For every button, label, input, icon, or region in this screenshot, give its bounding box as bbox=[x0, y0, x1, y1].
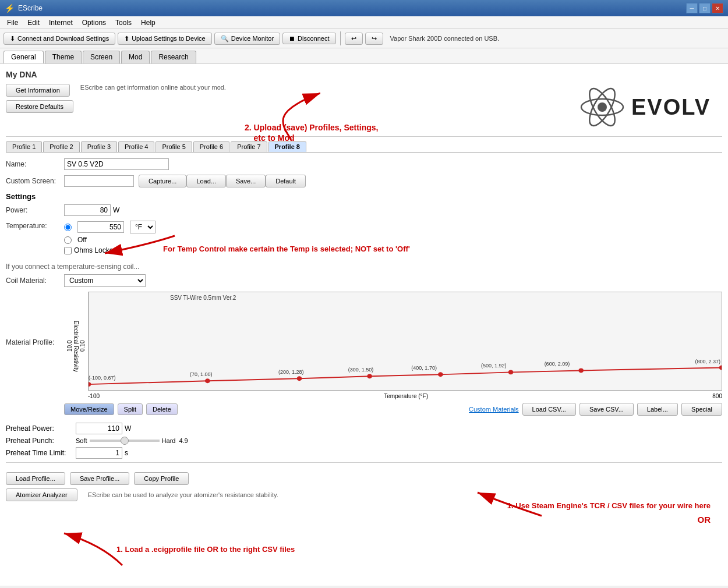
material-profile-row: Material Profile: 10.0 Electrical Resist… bbox=[6, 292, 722, 418]
x-axis-max: 800 bbox=[712, 393, 722, 399]
atomizer-description: EScribe can be used to analyze your atom… bbox=[88, 491, 278, 498]
custom-materials-link[interactable]: Custom Materials bbox=[469, 406, 519, 413]
svg-point-12 bbox=[719, 366, 722, 370]
material-profile-chart bbox=[89, 292, 722, 390]
app-title: EScribe bbox=[18, 4, 43, 12]
svg-point-5 bbox=[89, 382, 91, 387]
redo-button[interactable]: ↪ bbox=[365, 33, 383, 45]
name-row: Name: bbox=[6, 158, 722, 170]
punch-value: 4.9 bbox=[179, 437, 188, 444]
restore-defaults-button[interactable]: Restore Defaults bbox=[6, 100, 73, 113]
point-label-0: (-100, 0.67) bbox=[89, 375, 116, 381]
profile-tab-1[interactable]: Profile 1 bbox=[6, 141, 42, 152]
save-csv-button[interactable]: Save CSV... bbox=[579, 403, 634, 416]
svg-point-6 bbox=[205, 378, 210, 383]
tab-mod[interactable]: Mod bbox=[121, 51, 150, 63]
label-button[interactable]: Label... bbox=[637, 403, 678, 416]
preheat-power-input[interactable] bbox=[76, 423, 122, 434]
upload-settings-button[interactable]: ⬆ Upload Settings to Device bbox=[118, 33, 212, 45]
power-label: Power: bbox=[6, 206, 64, 214]
menu-bar: File Edit Internet Options Tools Help bbox=[0, 16, 728, 29]
preheat-time-label: Preheat Time Limit: bbox=[6, 449, 76, 457]
graph-buttons: Move/Resize Split Delete Custom Material… bbox=[64, 403, 722, 416]
title-bar: ⚡ EScribe ─ □ ✕ bbox=[0, 0, 728, 16]
app-icon: ⚡ bbox=[5, 3, 15, 13]
connect-download-button[interactable]: ⬇ Connect and Download Settings bbox=[3, 33, 115, 45]
menu-file[interactable]: File bbox=[2, 17, 23, 28]
preheat-punch-row: Preheat Punch: Soft Hard 4.9 bbox=[6, 437, 722, 445]
menu-edit[interactable]: Edit bbox=[23, 17, 44, 28]
temp-off-radio[interactable] bbox=[64, 236, 72, 244]
tab-screen[interactable]: Screen bbox=[83, 51, 120, 63]
name-label: Name: bbox=[6, 160, 64, 168]
power-input[interactable] bbox=[64, 204, 111, 216]
graph-inner: SSV Ti-Wire 0.5mm Ver.2 bbox=[88, 292, 722, 401]
soft-label: Soft bbox=[76, 437, 87, 444]
load-profile-button[interactable]: Load Profile... bbox=[6, 472, 65, 485]
move-resize-button[interactable]: Move/Resize bbox=[64, 403, 114, 415]
profile-tab-4[interactable]: Profile 4 bbox=[118, 141, 154, 152]
svg-point-9 bbox=[438, 372, 443, 377]
menu-tools[interactable]: Tools bbox=[111, 17, 136, 28]
get-information-button[interactable]: Get Information bbox=[6, 84, 70, 97]
arrow-load bbox=[47, 530, 140, 571]
bottom-buttons: Load Profile... Save Profile... Copy Pro… bbox=[6, 472, 722, 485]
annotation-temp: For Temp Control make certain the Temp i… bbox=[163, 245, 410, 253]
content-area: My DNA Get Information EScribe can get i… bbox=[0, 64, 728, 586]
temp-on-radio[interactable] bbox=[64, 224, 72, 231]
svg-point-11 bbox=[578, 368, 584, 373]
monitor-icon: 🔍 bbox=[221, 35, 229, 42]
svg-point-4 bbox=[600, 105, 605, 109]
capture-button[interactable]: Capture... bbox=[139, 175, 186, 187]
tab-general[interactable]: General bbox=[3, 51, 44, 63]
menu-help[interactable]: Help bbox=[136, 17, 160, 28]
menu-internet[interactable]: Internet bbox=[44, 17, 77, 28]
menu-options[interactable]: Options bbox=[77, 17, 111, 28]
save-profile-button[interactable]: Save Profile... bbox=[70, 472, 129, 485]
copy-profile-button[interactable]: Copy Profile bbox=[134, 472, 189, 485]
custom-screen-input[interactable] bbox=[64, 175, 134, 187]
disconnect-icon: ⏹ bbox=[289, 35, 295, 42]
profile-tab-3[interactable]: Profile 3 bbox=[81, 141, 117, 152]
tab-research[interactable]: Research bbox=[151, 51, 196, 63]
profile-tab-5[interactable]: Profile 5 bbox=[156, 141, 192, 152]
disconnect-button[interactable]: ⏹ Disconnect bbox=[282, 33, 335, 44]
custom-screen-label: Custom Screen: bbox=[6, 177, 64, 185]
profile-tab-2[interactable]: Profile 2 bbox=[43, 141, 79, 152]
device-monitor-button[interactable]: 🔍 Device Monitor bbox=[214, 33, 280, 45]
connection-status: Vapor Shark 200D connected on USB. bbox=[390, 35, 500, 42]
preheat-section: Preheat Power: W Preheat Punch: Soft Har… bbox=[6, 423, 722, 459]
tab-theme[interactable]: Theme bbox=[45, 51, 82, 63]
ohms-locked-checkbox[interactable] bbox=[64, 247, 72, 254]
save-screen-button[interactable]: Save... bbox=[226, 175, 266, 187]
split-button[interactable]: Split bbox=[118, 403, 143, 415]
arrow-csv bbox=[448, 487, 553, 522]
default-screen-button[interactable]: Default bbox=[266, 175, 306, 187]
delete-button[interactable]: Delete bbox=[146, 403, 178, 415]
coil-material-label: Coil Material: bbox=[6, 277, 64, 285]
close-button[interactable]: ✕ bbox=[712, 3, 723, 13]
load-csv-button[interactable]: Load CSV... bbox=[522, 403, 576, 416]
load-screen-button[interactable]: Load... bbox=[186, 175, 226, 187]
special-button[interactable]: Special bbox=[681, 403, 722, 416]
preheat-punch-slider[interactable] bbox=[90, 440, 160, 442]
window-controls: ─ □ ✕ bbox=[686, 3, 723, 13]
minimize-button[interactable]: ─ bbox=[686, 3, 698, 13]
coil-material-select[interactable]: Custom Nickel (Ni200) Titanium (Ti) Stai… bbox=[64, 274, 146, 287]
svg-point-7 bbox=[297, 376, 302, 381]
hard-label: Hard bbox=[162, 437, 176, 444]
coil-material-row: Coil Material: Custom Nickel (Ni200) Tit… bbox=[6, 274, 722, 287]
undo-button[interactable]: ↩ bbox=[345, 33, 363, 45]
toolbar: ⬇ Connect and Download Settings ⬆ Upload… bbox=[0, 29, 728, 48]
preheat-time-input[interactable] bbox=[76, 447, 122, 459]
atomizer-analyzer-button[interactable]: Atomizer Analyzer bbox=[6, 488, 77, 501]
main-tabs: General Theme Screen Mod Research bbox=[0, 48, 728, 64]
material-profile-label: Material Profile: bbox=[6, 292, 64, 346]
section-title: My DNA bbox=[6, 70, 722, 79]
name-input[interactable] bbox=[64, 158, 169, 170]
power-row: Power: W bbox=[6, 204, 722, 216]
evolv-atom-logo bbox=[579, 84, 625, 130]
maximize-button[interactable]: □ bbox=[699, 3, 711, 13]
upload-icon: ⬆ bbox=[124, 35, 129, 42]
arrow-temp bbox=[99, 230, 181, 259]
